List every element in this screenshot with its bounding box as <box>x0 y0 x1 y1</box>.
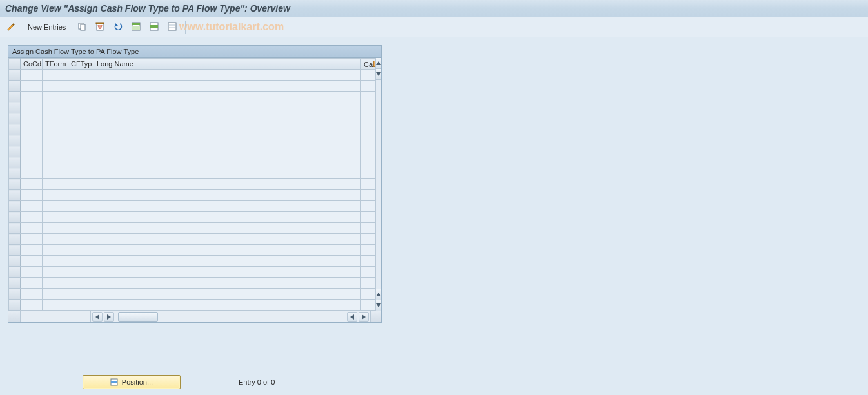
hscroll-right-button-2[interactable] <box>359 312 369 322</box>
toggle-display-change-button[interactable] <box>4 19 19 35</box>
row-selector[interactable] <box>9 223 21 234</box>
cell-cocd[interactable] <box>21 234 43 245</box>
cell-cocd[interactable] <box>21 146 43 157</box>
cell-cocd[interactable] <box>21 256 43 267</box>
cell-extra[interactable] <box>361 157 375 168</box>
cell-cftyp[interactable] <box>68 245 94 256</box>
cell-long_name[interactable] <box>94 70 361 81</box>
row-selector[interactable] <box>9 212 21 223</box>
cell-cocd[interactable] <box>21 212 43 223</box>
scroll-up-button[interactable] <box>376 58 381 69</box>
row-selector[interactable] <box>9 146 21 157</box>
cell-cftyp[interactable] <box>68 113 94 124</box>
select-all-button[interactable] <box>128 19 144 35</box>
deselect-all-button[interactable] <box>164 19 180 35</box>
cell-tform[interactable] <box>43 70 68 81</box>
cell-tform[interactable] <box>43 124 68 135</box>
cell-long_name[interactable] <box>94 157 361 168</box>
table-row[interactable] <box>9 278 375 289</box>
cell-cocd[interactable] <box>21 300 43 311</box>
cell-extra[interactable] <box>361 113 375 124</box>
cell-cocd[interactable] <box>21 70 43 81</box>
row-selector[interactable] <box>9 234 21 245</box>
cell-tform[interactable] <box>43 212 68 223</box>
scroll-down-button-2[interactable] <box>376 300 381 311</box>
cell-extra[interactable] <box>361 70 375 81</box>
scroll-up-button-2[interactable] <box>376 289 381 300</box>
cell-tform[interactable] <box>43 113 68 124</box>
cell-cftyp[interactable] <box>68 289 94 300</box>
row-selector[interactable] <box>9 157 21 168</box>
cell-extra[interactable] <box>361 81 375 92</box>
cell-long_name[interactable] <box>94 92 361 102</box>
cell-cocd[interactable] <box>21 168 43 179</box>
table-row[interactable] <box>9 81 375 92</box>
hscroll-right-button[interactable] <box>104 312 114 322</box>
table-row[interactable] <box>9 234 375 245</box>
data-grid[interactable]: CoCd TForm CFTyp Long Name Ca <box>8 58 375 311</box>
cell-long_name[interactable] <box>94 146 361 157</box>
cell-tform[interactable] <box>43 92 68 102</box>
cell-cocd[interactable] <box>21 113 43 124</box>
cell-long_name[interactable] <box>94 124 361 135</box>
row-selector[interactable] <box>9 135 21 146</box>
cell-extra[interactable] <box>361 179 375 190</box>
position-button[interactable]: Position... <box>83 375 181 389</box>
table-row[interactable] <box>9 289 375 300</box>
cell-tform[interactable] <box>43 102 68 113</box>
cell-tform[interactable] <box>43 278 68 289</box>
cell-cftyp[interactable] <box>68 234 94 245</box>
cell-extra[interactable] <box>361 102 375 113</box>
row-selector[interactable] <box>9 113 21 124</box>
cell-extra[interactable] <box>361 223 375 234</box>
row-selector[interactable] <box>9 179 21 190</box>
cell-long_name[interactable] <box>94 113 361 124</box>
table-row[interactable] <box>9 92 375 102</box>
cell-tform[interactable] <box>43 190 68 201</box>
cell-long_name[interactable] <box>94 300 361 311</box>
cell-long_name[interactable] <box>94 212 361 223</box>
row-selector[interactable] <box>9 81 21 92</box>
cell-extra[interactable] <box>361 92 375 102</box>
cell-cocd[interactable] <box>21 223 43 234</box>
cell-long_name[interactable] <box>94 267 361 278</box>
row-selector[interactable] <box>9 278 21 289</box>
cell-extra[interactable] <box>361 256 375 267</box>
cell-cftyp[interactable] <box>68 157 94 168</box>
cell-tform[interactable] <box>43 289 68 300</box>
cell-long_name[interactable] <box>94 190 361 201</box>
cell-extra[interactable] <box>361 300 375 311</box>
table-row[interactable] <box>9 212 375 223</box>
row-selector[interactable] <box>9 102 21 113</box>
cell-tform[interactable] <box>43 267 68 278</box>
vscroll-track[interactable] <box>376 80 381 289</box>
cell-tform[interactable] <box>43 179 68 190</box>
table-row[interactable] <box>9 223 375 234</box>
row-selector[interactable] <box>9 300 21 311</box>
cell-cftyp[interactable] <box>68 223 94 234</box>
table-row[interactable] <box>9 190 375 201</box>
horizontal-scrollbar[interactable] <box>91 311 370 322</box>
cell-tform[interactable] <box>43 201 68 212</box>
cell-tform[interactable] <box>43 256 68 267</box>
table-row[interactable] <box>9 267 375 278</box>
cell-cocd[interactable] <box>21 190 43 201</box>
cell-long_name[interactable] <box>94 245 361 256</box>
cell-extra[interactable] <box>361 278 375 289</box>
col-header-extra[interactable]: Ca <box>361 59 375 70</box>
row-selector[interactable] <box>9 92 21 102</box>
cell-tform[interactable] <box>43 223 68 234</box>
table-row[interactable] <box>9 256 375 267</box>
cell-cftyp[interactable] <box>68 278 94 289</box>
delete-button[interactable] <box>92 19 108 35</box>
cell-tform[interactable] <box>43 168 68 179</box>
table-row[interactable] <box>9 157 375 168</box>
cell-cftyp[interactable] <box>68 267 94 278</box>
col-header-cocd[interactable]: CoCd <box>21 59 43 70</box>
cell-cftyp[interactable] <box>68 212 94 223</box>
undo-change-button[interactable] <box>110 19 126 35</box>
cell-cocd[interactable] <box>21 124 43 135</box>
cell-extra[interactable] <box>361 201 375 212</box>
hscroll-thumb[interactable] <box>118 312 158 322</box>
cell-cocd[interactable] <box>21 135 43 146</box>
